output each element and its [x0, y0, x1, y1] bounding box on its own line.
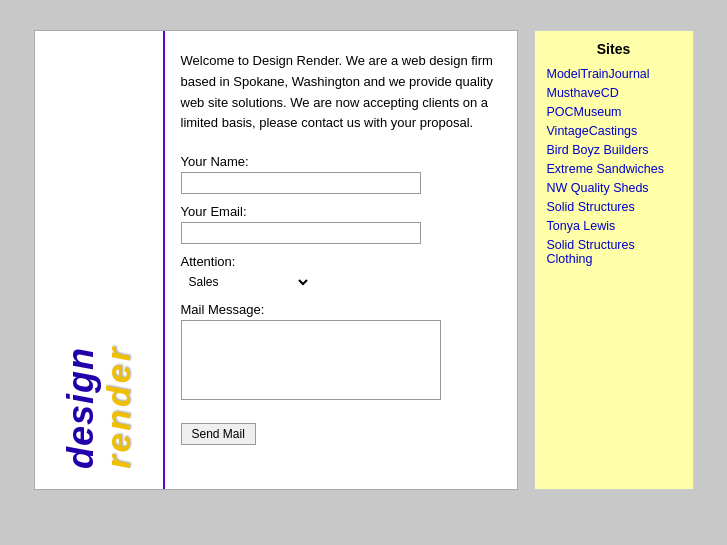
site-link-vintagecastings[interactable]: VintageCastings	[547, 124, 681, 138]
email-input[interactable]	[181, 222, 421, 244]
email-label: Your Email:	[181, 204, 497, 219]
attention-label: Attention:	[181, 254, 497, 269]
site-link-solidstructuresclothing[interactable]: Solid Structures Clothing	[547, 238, 681, 266]
email-field-group: Your Email:	[181, 204, 497, 244]
attention-select[interactable]: Sales Support General	[181, 272, 311, 292]
site-link-pocmuseum[interactable]: POCMuseum	[547, 105, 681, 119]
message-label: Mail Message:	[181, 302, 497, 317]
site-link-solidstructures[interactable]: Solid Structures	[547, 200, 681, 214]
page-wrapper: design render Welcome to Design Render. …	[34, 30, 694, 490]
logo-render-text: render	[101, 345, 135, 469]
site-link-tonyalewis[interactable]: Tonya Lewis	[547, 219, 681, 233]
site-link-extremesandwiches[interactable]: Extreme Sandwiches	[547, 162, 681, 176]
logo-design-text: design	[63, 347, 99, 469]
main-panel: design render Welcome to Design Render. …	[34, 30, 518, 490]
message-textarea[interactable]	[181, 320, 441, 400]
sites-title: Sites	[547, 41, 681, 57]
name-input[interactable]	[181, 172, 421, 194]
name-field-group: Your Name:	[181, 154, 497, 194]
sites-panel: Sites ModelTrainJournal MusthaveCD POCMu…	[534, 30, 694, 490]
content-column: Welcome to Design Render. We are a web d…	[165, 31, 517, 489]
send-mail-button[interactable]: Send Mail	[181, 423, 256, 445]
site-link-nwqualitysheds[interactable]: NW Quality Sheds	[547, 181, 681, 195]
message-field-group: Mail Message:	[181, 302, 497, 403]
site-link-musthavecd[interactable]: MusthaveCD	[547, 86, 681, 100]
name-label: Your Name:	[181, 154, 497, 169]
logo-vertical-wrap: design render	[63, 31, 135, 479]
site-link-birdboyz[interactable]: Bird Boyz Builders	[547, 143, 681, 157]
logo-column: design render	[35, 31, 165, 489]
site-link-modeltrainjournal[interactable]: ModelTrainJournal	[547, 67, 681, 81]
welcome-paragraph: Welcome to Design Render. We are a web d…	[181, 51, 497, 134]
attention-field-group: Attention: Sales Support General	[181, 254, 497, 292]
